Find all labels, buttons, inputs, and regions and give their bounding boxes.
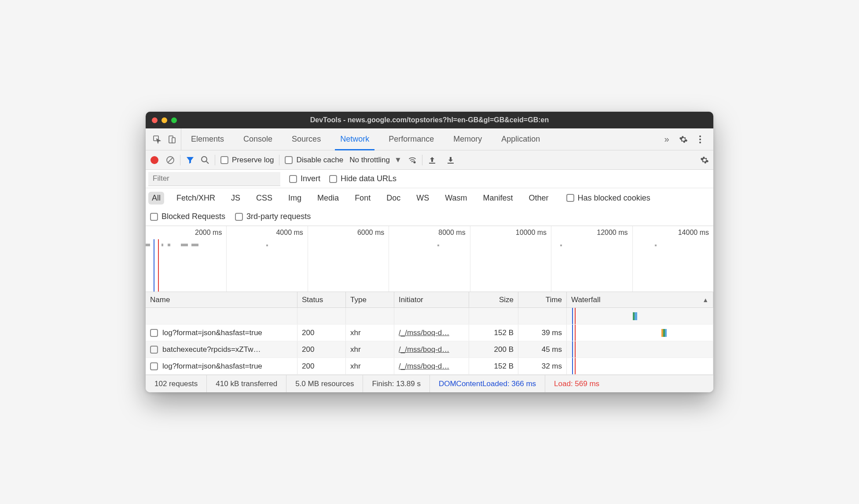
- close-window-button[interactable]: [152, 117, 158, 123]
- clear-icon[interactable]: [166, 156, 175, 164]
- filter-input[interactable]: [148, 172, 280, 186]
- request-status: 200: [302, 362, 314, 371]
- type-doc[interactable]: Doc: [383, 192, 404, 205]
- initiator-link[interactable]: /_/mss/boq-d…: [399, 345, 449, 354]
- row-checkbox[interactable]: [150, 362, 158, 370]
- tab-memory[interactable]: Memory: [444, 128, 492, 150]
- type-js[interactable]: JS: [228, 192, 244, 205]
- preserve-log-checkbox[interactable]: [220, 156, 228, 164]
- request-time: 39 ms: [542, 329, 562, 337]
- table-row[interactable]: log?format=json&hasfast=true 200 xhr /_/…: [146, 325, 713, 341]
- column-size[interactable]: Size: [469, 292, 518, 307]
- type-manifest[interactable]: Manifest: [480, 192, 517, 205]
- invert-checkbox[interactable]: [289, 175, 297, 183]
- device-toolbar-icon[interactable]: [168, 135, 176, 144]
- request-type: xhr: [350, 329, 361, 337]
- timeline-overview[interactable]: 2000 ms 4000 ms 6000 ms 8000 ms 10000 ms…: [146, 226, 713, 292]
- status-domcontentloaded: DOMContentLoaded: 366 ms: [430, 375, 545, 392]
- row-checkbox[interactable]: [150, 329, 158, 337]
- has-blocked-cookies-checkbox[interactable]: [566, 194, 574, 202]
- tab-elements[interactable]: Elements: [181, 128, 234, 150]
- svg-point-3: [699, 135, 701, 137]
- filter-row: Invert Hide data URLs: [146, 170, 713, 188]
- row-checkbox[interactable]: [150, 346, 158, 354]
- network-toolbar: Preserve log Disable cache No throttling…: [146, 150, 713, 170]
- type-ws[interactable]: WS: [413, 192, 433, 205]
- upload-har-icon[interactable]: [428, 156, 437, 164]
- type-wasm[interactable]: Wasm: [441, 192, 470, 205]
- filter-funnel-icon[interactable]: [186, 156, 195, 164]
- svg-point-4: [699, 139, 701, 140]
- table-row: [146, 308, 713, 325]
- tab-network[interactable]: Network: [330, 128, 379, 150]
- svg-point-10: [413, 161, 415, 163]
- devtools-window: DevTools - news.google.com/topstories?hl…: [146, 112, 713, 392]
- svg-point-8: [202, 157, 207, 162]
- column-name[interactable]: Name: [146, 292, 297, 307]
- type-img[interactable]: Img: [285, 192, 305, 205]
- column-time[interactable]: Time: [518, 292, 567, 307]
- request-type: xhr: [350, 362, 361, 371]
- window-title: DevTools - news.google.com/topstories?hl…: [146, 116, 713, 124]
- request-size: 152 B: [494, 329, 514, 337]
- svg-line-9: [206, 161, 209, 164]
- request-time: 45 ms: [542, 345, 562, 354]
- minimize-window-button[interactable]: [162, 117, 167, 123]
- type-fetch-xhr[interactable]: Fetch/XHR: [173, 192, 219, 205]
- throttling-select[interactable]: No throttling ▼: [346, 156, 405, 164]
- hide-data-urls-checkbox[interactable]: [329, 175, 337, 183]
- table-row[interactable]: log?format=json&hasfast=true 200 xhr /_/…: [146, 358, 713, 375]
- type-font[interactable]: Font: [351, 192, 374, 205]
- tab-sources[interactable]: Sources: [282, 128, 330, 150]
- blocked-requests-option[interactable]: Blocked Requests: [150, 212, 225, 221]
- blocked-requests-checkbox[interactable]: [150, 213, 158, 221]
- column-type[interactable]: Type: [346, 292, 394, 307]
- disable-cache-checkbox[interactable]: [285, 156, 293, 164]
- request-name: log?format=json&hasfast=true: [162, 362, 262, 371]
- status-bar: 102 requests 410 kB transferred 5.0 MB r…: [146, 375, 713, 392]
- download-har-icon[interactable]: [446, 156, 455, 164]
- initiator-link[interactable]: /_/mss/boq-d…: [399, 362, 449, 371]
- type-all[interactable]: All: [148, 192, 164, 205]
- svg-rect-11: [429, 163, 435, 164]
- tab-performance[interactable]: Performance: [379, 128, 444, 150]
- disable-cache-option[interactable]: Disable cache: [285, 156, 343, 164]
- search-icon[interactable]: [201, 156, 209, 164]
- has-blocked-cookies-option[interactable]: Has blocked cookies: [566, 194, 650, 203]
- svg-rect-2: [172, 138, 175, 143]
- column-status[interactable]: Status: [297, 292, 346, 307]
- hide-data-urls-option[interactable]: Hide data URLs: [329, 174, 396, 183]
- type-other[interactable]: Other: [525, 192, 552, 205]
- more-tabs-icon[interactable]: »: [662, 135, 671, 144]
- table-row[interactable]: batchexecute?rpcids=xZTw… 200 xhr /_/mss…: [146, 341, 713, 358]
- inspect-element-icon[interactable]: [153, 135, 162, 144]
- column-waterfall[interactable]: Waterfall ▲: [567, 292, 713, 307]
- network-settings-gear-icon[interactable]: [700, 156, 709, 164]
- type-css[interactable]: CSS: [253, 192, 276, 205]
- settings-gear-icon[interactable]: [679, 135, 688, 144]
- record-button[interactable]: [150, 156, 159, 164]
- third-party-requests-checkbox[interactable]: [235, 213, 243, 221]
- request-size: 200 B: [494, 345, 514, 354]
- network-conditions-icon[interactable]: [408, 156, 417, 164]
- request-status: 200: [302, 329, 314, 337]
- third-party-requests-option[interactable]: 3rd-party requests: [235, 212, 311, 221]
- tab-application[interactable]: Application: [492, 128, 550, 150]
- titlebar: DevTools - news.google.com/topstories?hl…: [146, 112, 713, 128]
- request-status: 200: [302, 345, 314, 354]
- maximize-window-button[interactable]: [171, 117, 177, 123]
- preserve-log-option[interactable]: Preserve log: [220, 156, 274, 164]
- svg-line-7: [168, 157, 173, 163]
- type-filter-row: All Fetch/XHR JS CSS Img Media Font Doc …: [146, 188, 713, 208]
- column-initiator[interactable]: Initiator: [394, 292, 469, 307]
- requests-table-body: log?format=json&hasfast=true 200 xhr /_/…: [146, 308, 713, 375]
- status-transferred: 410 kB transferred: [207, 375, 286, 392]
- chevron-down-icon: ▼: [394, 156, 402, 164]
- invert-option[interactable]: Invert: [289, 174, 320, 183]
- requests-table-header: Name Status Type Initiator Size Time Wat…: [146, 292, 713, 308]
- request-time: 32 ms: [542, 362, 562, 371]
- kebab-menu-icon[interactable]: [696, 135, 705, 144]
- type-media[interactable]: Media: [314, 192, 342, 205]
- tab-console[interactable]: Console: [234, 128, 282, 150]
- initiator-link[interactable]: /_/mss/boq-d…: [399, 329, 449, 337]
